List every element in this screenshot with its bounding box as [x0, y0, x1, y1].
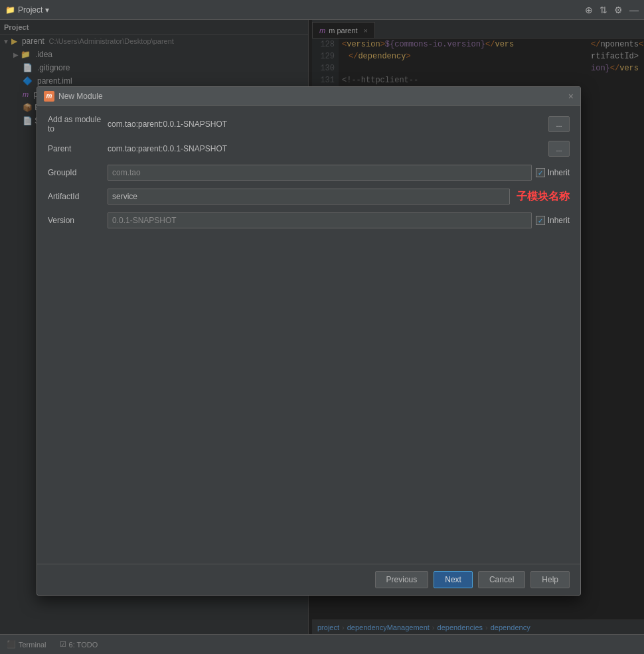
dialog-icon: m — [44, 91, 54, 102]
previous-button[interactable]: Previous — [375, 571, 429, 588]
groupid-inherit-area: Inherit — [536, 168, 570, 177]
dialog-close-btn[interactable]: × — [568, 91, 574, 102]
dialog-title: New Module — [58, 92, 568, 101]
annotation-text: 子模块名称 — [517, 190, 570, 204]
version-label: Version — [48, 216, 108, 225]
globe-icon[interactable]: ⊕ — [585, 5, 593, 15]
project-label: Project — [18, 5, 42, 15]
todo-icon: ☑ — [60, 640, 66, 649]
artifactid-label: ArtifactId — [48, 192, 108, 201]
next-button[interactable]: Next — [434, 571, 473, 588]
settings-icon[interactable]: ⚙ — [614, 5, 623, 15]
status-terminal[interactable]: ⬛ Terminal — [7, 640, 46, 649]
artifactid-input[interactable] — [108, 189, 510, 204]
terminal-icon: ⬛ — [7, 640, 16, 649]
version-inherit-area: Inherit — [536, 216, 570, 225]
toolbar-icons: ⊕ ⇅ ⚙ — — [585, 5, 639, 15]
form-row-parent: Parent com.tao:parent:0.0.1-SNAPSHOT ... — [48, 140, 570, 157]
new-module-dialog: m New Module × Add as module to com.tao:… — [37, 86, 581, 596]
add-module-browse-btn[interactable]: ... — [548, 116, 570, 132]
form-row-artifactid: ArtifactId 子模块名称 — [48, 188, 570, 205]
terminal-label: Terminal — [19, 641, 46, 649]
parent-label: Parent — [48, 144, 108, 153]
dropdown-icon: ▾ — [45, 5, 49, 15]
version-input[interactable] — [108, 212, 532, 228]
todo-label: 6: TODO — [69, 641, 98, 649]
cancel-button[interactable]: Cancel — [478, 571, 525, 588]
form-row-add-module: Add as module to com.tao:parent:0.0.1-SN… — [48, 115, 570, 133]
help-button[interactable]: Help — [530, 571, 570, 588]
status-todo[interactable]: ☑ 6: TODO — [60, 640, 98, 649]
groupid-inherit-checkbox[interactable] — [536, 168, 545, 177]
version-inherit-checkbox[interactable] — [536, 216, 545, 225]
groupid-input[interactable] — [108, 165, 532, 181]
add-module-value: com.tao:parent:0.0.1-SNAPSHOT — [108, 120, 544, 129]
minimize-icon[interactable]: — — [629, 5, 639, 15]
parent-value: com.tao:parent:0.0.1-SNAPSHOT — [108, 144, 544, 153]
form-row-groupid: GroupId Inherit — [48, 164, 570, 181]
parent-browse-btn[interactable]: ... — [548, 141, 570, 157]
add-module-label: Add as module to — [48, 115, 108, 133]
sync-icon[interactable]: ⇅ — [600, 5, 607, 15]
project-icon: 📁 — [5, 5, 15, 15]
dialog-body: Add as module to com.tao:parent:0.0.1-SN… — [37, 106, 580, 564]
status-bar: ⬛ Terminal ☑ 6: TODO — [0, 634, 644, 654]
form-row-version: Version Inherit — [48, 212, 570, 229]
dialog-icon-label: m — [46, 92, 52, 100]
groupid-label: GroupId — [48, 168, 108, 177]
dialog-spacer — [48, 236, 570, 554]
project-selector[interactable]: 📁 Project ▾ — [5, 5, 49, 15]
dialog-titlebar: m New Module × — [37, 87, 580, 106]
groupid-inherit-label: Inherit — [548, 168, 570, 177]
version-inherit-label: Inherit — [548, 216, 570, 225]
dialog-footer: Previous Next Cancel Help — [37, 564, 580, 595]
top-toolbar: 📁 Project ▾ ⊕ ⇅ ⚙ — — [0, 0, 644, 20]
